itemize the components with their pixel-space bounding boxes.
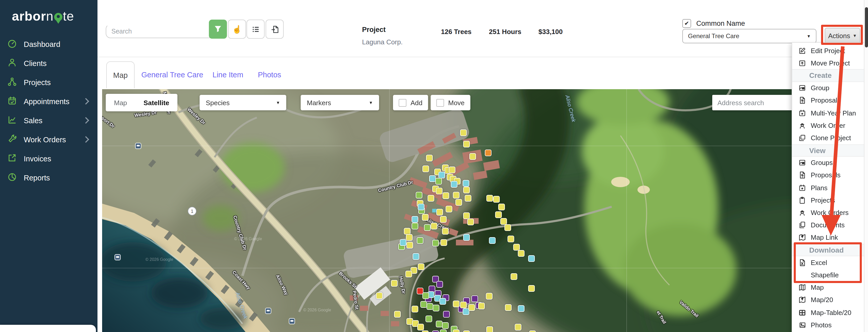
menu-item-photos[interactable]: Photos [792, 319, 865, 331]
tree-marker[interactable] [406, 242, 413, 248]
menu-item-map-table-20[interactable]: Map-Table/20 [792, 306, 865, 319]
actions-button[interactable]: Actions ▼ [825, 28, 860, 43]
tree-marker[interactable] [442, 192, 449, 199]
tab-photos[interactable]: Photos [258, 61, 281, 88]
tree-marker[interactable] [451, 181, 457, 188]
tree-marker[interactable] [411, 223, 418, 229]
sidebar-item-appointments[interactable]: Appointments [0, 92, 97, 111]
tree-marker[interactable] [391, 280, 397, 287]
menu-item-projects[interactable]: Projects [792, 194, 865, 206]
tree-marker[interactable] [510, 273, 517, 280]
menu-item-work-order[interactable]: Work Order [792, 119, 865, 131]
tree-marker[interactable] [453, 329, 459, 332]
tree-marker[interactable] [486, 195, 493, 201]
sidebar-item-sales[interactable]: Sales [0, 111, 97, 130]
menu-item-multi-year-plan[interactable]: Multi-Year Plan [792, 107, 865, 119]
filter-button[interactable] [209, 20, 227, 39]
tree-marker[interactable] [453, 301, 459, 307]
tree-marker[interactable] [513, 244, 520, 250]
tree-marker[interactable] [431, 223, 437, 229]
tab-general-tree-care[interactable]: General Tree Care [141, 61, 203, 88]
tree-marker[interactable] [439, 298, 446, 304]
tree-marker[interactable] [463, 141, 470, 147]
menu-item-edit-project[interactable]: Edit Project [792, 44, 865, 57]
tree-marker[interactable] [436, 321, 442, 327]
tree-marker[interactable] [465, 195, 471, 201]
tree-marker[interactable] [442, 322, 448, 329]
tree-marker[interactable] [463, 180, 469, 186]
scrollbar-thumb[interactable] [865, 7, 868, 47]
menu-item-move-project[interactable]: Move Project [792, 57, 865, 69]
tree-marker[interactable] [432, 240, 439, 246]
tree-marker[interactable] [445, 206, 452, 212]
tree-marker[interactable] [400, 239, 406, 246]
tree-marker[interactable] [485, 150, 491, 156]
tree-marker[interactable] [438, 172, 445, 178]
add-checkbox[interactable] [399, 99, 406, 106]
tree-marker[interactable] [498, 204, 505, 210]
tree-marker[interactable] [469, 153, 476, 160]
tree-marker[interactable] [453, 192, 459, 198]
tree-marker[interactable] [486, 293, 492, 299]
tree-marker[interactable] [467, 219, 474, 225]
map-canvas[interactable]: Wesley DrWesley DrMarilyn DrResort DrCou… [102, 89, 866, 332]
scrollbar[interactable] [864, 0, 868, 332]
category-select[interactable]: General Tree Care ▼ [682, 29, 816, 43]
tree-marker[interactable] [394, 311, 401, 317]
tree-marker[interactable] [436, 281, 443, 288]
tree-marker[interactable] [423, 165, 429, 172]
tree-marker[interactable] [463, 187, 470, 193]
tree-marker[interactable] [478, 303, 485, 309]
tree-marker[interactable] [442, 228, 448, 234]
map-type-satellite[interactable]: Satellite [135, 94, 178, 111]
tree-marker[interactable] [423, 292, 429, 299]
sidebar-item-projects[interactable]: Projects [0, 73, 97, 92]
tree-marker[interactable] [463, 234, 470, 240]
tree-marker[interactable] [411, 216, 418, 223]
tree-marker[interactable] [504, 224, 511, 231]
tree-marker[interactable] [418, 263, 424, 270]
tree-marker[interactable] [528, 285, 534, 292]
move-marker-toggle[interactable]: Move [431, 95, 470, 110]
tree-marker[interactable] [420, 301, 427, 307]
menu-item-map[interactable]: Map [792, 281, 865, 294]
menu-item-excel[interactable]: Excel [792, 256, 865, 269]
menu-item-proposal[interactable]: $Proposal [792, 94, 865, 107]
menu-item-map-link[interactable]: Map Link [792, 231, 865, 244]
move-checkbox[interactable] [436, 99, 444, 106]
sidebar-item-invoices[interactable]: Invoices [0, 149, 97, 168]
sidebar-item-clients[interactable]: Clients [0, 54, 97, 73]
tree-marker[interactable] [493, 196, 499, 202]
tree-marker[interactable] [440, 329, 446, 332]
tree-marker[interactable] [417, 288, 423, 294]
tab-map[interactable]: Map [106, 61, 134, 88]
tree-marker[interactable] [468, 304, 475, 310]
tree-marker[interactable] [443, 311, 450, 317]
tree-marker[interactable] [418, 204, 424, 210]
tree-marker[interactable] [440, 216, 446, 223]
menu-item-work-orders[interactable]: Work Orders [792, 206, 865, 219]
menu-item-documents[interactable]: Documents [792, 219, 865, 231]
tree-marker[interactable] [436, 188, 442, 194]
menu-item-proposals[interactable]: $Proposals [792, 169, 865, 181]
tree-marker[interactable] [440, 239, 447, 246]
menu-item-groups[interactable]: Groups [792, 157, 865, 169]
tree-marker[interactable] [428, 195, 434, 201]
tree-marker[interactable] [422, 330, 428, 332]
menu-item-group[interactable]: Group [792, 82, 865, 94]
map-type-map[interactable]: Map [106, 94, 135, 111]
tree-marker[interactable] [449, 167, 455, 173]
tree-marker[interactable] [424, 224, 430, 231]
tree-marker[interactable] [433, 305, 439, 311]
tree-marker[interactable] [404, 228, 410, 234]
tree-marker[interactable] [427, 303, 433, 309]
tree-marker[interactable] [416, 192, 422, 198]
tree-marker[interactable] [505, 304, 512, 310]
tree-marker[interactable] [422, 214, 428, 221]
tree-marker[interactable] [435, 178, 442, 184]
menu-item-clone-project[interactable]: Clone Project [792, 132, 865, 144]
tree-marker[interactable] [417, 324, 424, 330]
tree-marker[interactable] [417, 237, 423, 243]
tree-marker[interactable] [412, 253, 419, 260]
sidebar-item-reports[interactable]: Reports [0, 168, 97, 187]
